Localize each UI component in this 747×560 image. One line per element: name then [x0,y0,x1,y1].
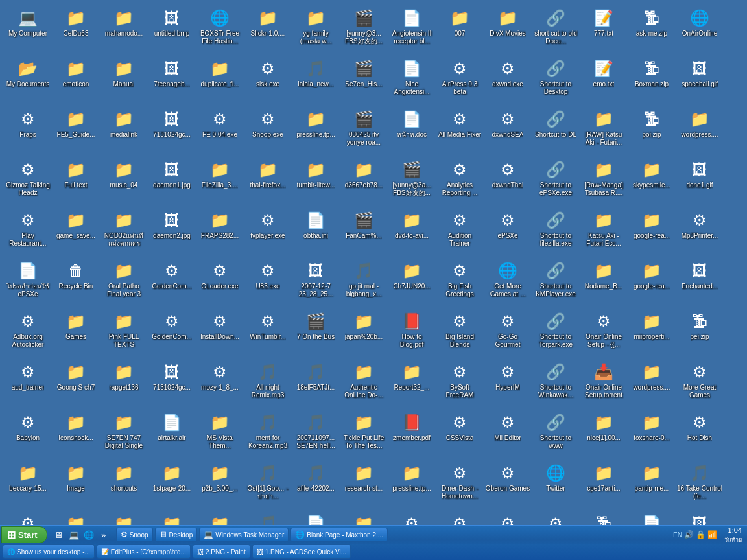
desktop-icon-134[interactable]: ⚙Hot Dish [676,410,724,460]
desktop-icon-1[interactable]: 📁CelDu63 [52,5,100,56]
desktop-icon-163[interactable]: 📄playlist.xspf [628,511,676,525]
desktop-icon-16[interactable]: 📁emoticon [52,56,100,106]
taskbar-bottom-task-1[interactable]: 📝 EditPlus - [C:\xampp\htd... [97,544,191,559]
desktop-icon-118[interactable]: 📁wordpress.... [628,359,676,410]
desktop-icon-129[interactable]: ⚙CSSVista [436,410,484,460]
desktop-icon-51[interactable]: 📁tumblr-litew... [292,157,340,207]
desktop-icon-2[interactable]: 📁mahamodo... [100,5,148,56]
desktop-icon-10[interactable]: 📁DivX Movies [484,5,532,56]
desktop-icon-106[interactable]: 📁Goong S ch7 [52,359,100,410]
desktop-icon-54[interactable]: ⚙Analytics Reporting ... [436,157,484,207]
desktop-icon-101[interactable]: 🔗Shortcut to Torpark.exe [532,309,580,359]
desktop-icon-161[interactable]: ⚙XAMPP Control Panel [532,511,580,525]
desktop-icon-39[interactable]: ⚙All Media Fixer [436,106,484,157]
desktop-icon-122[interactable]: 📁SE7EN 747 Digital Single [100,410,148,460]
desktop-icon-158[interactable]: ⚙wizard.reg [388,511,436,525]
desktop-icon-146[interactable]: 🌐Twitter [532,460,580,511]
desktop-icon-64[interactable]: 📁FRAPS282... [196,207,244,258]
desktop-icon-49[interactable]: 📁FileZilla_3.... [196,157,244,207]
desktop-icon-149[interactable]: 🎵16 Take Control (fe... [676,460,724,511]
ql-expand[interactable]: » [97,528,110,541]
desktop-icon-159[interactable]: ⚙Diner Dash Hometo... [436,511,484,525]
taskbar-task-taskmgr[interactable]: 💻 Windows Task Manager [199,528,289,542]
desktop-icon-0[interactable]: 💻My Computer [4,5,52,56]
desktop-icon-29[interactable]: 🖼spaceball.gif [676,56,724,106]
desktop-icon-95[interactable]: ⚙WinTumblr... [244,309,292,359]
desktop-icon-141[interactable]: 🎵afile-42202... [292,460,340,511]
desktop-icon-12[interactable]: 📝777.txt [580,5,628,56]
desktop-icon-96[interactable]: 🎬7 On the Bus [292,309,340,359]
desktop-icon-55[interactable]: ⚙dxwndThai [484,157,532,207]
desktop-icon-30[interactable]: ⚙Fraps [4,106,52,157]
desktop-icon-155[interactable]: 🎵Se7en - Go Go.mp3 [244,511,292,525]
desktop-icon-127[interactable]: 📁Tickle Put Life To The Tes... [340,410,388,460]
desktop-icon-151[interactable]: 📁imageox_c... [52,511,100,525]
desktop-icon-111[interactable]: 🎵18elF5ATJt... [292,359,340,410]
desktop-icon-43[interactable]: 🗜poi.zip [628,106,676,157]
desktop-icon-48[interactable]: 🖼daemon1.jpg [148,157,196,207]
desktop-icon-56[interactable]: 🔗Shortcut to ePSXe.exe [532,157,580,207]
desktop-icon-52[interactable]: 📁d3667eb78... [340,157,388,207]
desktop-icon-89[interactable]: 🖼Enchanted... [676,258,724,309]
desktop-icon-164[interactable]: 🖼n-blue.png [676,511,724,525]
desktop-icon-93[interactable]: ⚙GoldenCom... [148,309,196,359]
desktop-icon-91[interactable]: 📁Games [52,309,100,359]
desktop-icon-31[interactable]: 📁FE5_Guide... [52,106,100,157]
taskbar-task-snoop[interactable]: ⚙ Snoop [116,528,153,542]
ql-show-desktop[interactable]: 🖥 [53,528,65,541]
desktop-icon-152[interactable]: 📁www [100,511,148,525]
desktop-icon-17[interactable]: 📁Manual [100,56,148,106]
desktop-icon-78[interactable]: ⚙GoldenCom... [148,258,196,309]
desktop-icon-32[interactable]: 📁medialink [100,106,148,157]
desktop-icon-113[interactable]: 📁Report32_... [388,359,436,410]
desktop-icon-86[interactable]: 🔗Shortcut to KMPlayer.exe [532,258,580,309]
desktop-icon-47[interactable]: 📁music_04 [100,157,148,207]
desktop-icon-26[interactable]: 🔗Shortcut to Desktop [532,56,580,106]
desktop-icon-69[interactable]: ⚙Audition Trainer [436,207,484,258]
desktop-icon-140[interactable]: 🎵Ost[1].Goo... - ปาย่า... [244,460,292,511]
desktop-icon-27[interactable]: 📝emo.txt [580,56,628,106]
desktop-icon-73[interactable]: 📁google-rea... [628,207,676,258]
desktop-icon-131[interactable]: 🔗Shortcut to www [532,410,580,460]
desktop-icon-125[interactable]: 🎵ment for Korean2.mp3 [244,410,292,460]
desktop-icon-75[interactable]: 📄โปรตอำก่อนใช้ ePSXe [4,258,52,309]
desktop-icon-14[interactable]: 🌐OnAirOnline [676,5,724,56]
desktop-icon-44[interactable]: 📁wordpress.... [676,106,724,157]
desktop-icon-87[interactable]: 📁Nodame_B... [580,258,628,309]
desktop-icon-144[interactable]: ⚙Diner Dash - Hometown... [436,460,484,511]
desktop-icon-105[interactable]: ⚙aud_trainer [4,359,52,410]
desktop-icon-66[interactable]: 📄obtha.ini [292,207,340,258]
desktop-icon-99[interactable]: ⚙Big Island Blends [436,309,484,359]
desktop-icon-18[interactable]: 🖼7teenageb... [148,56,196,106]
desktop-icon-4[interactable]: 🌐BOXSTr Free File Hostin... [196,5,244,56]
ql-mycomputer[interactable]: 💻 [67,528,80,541]
desktop-icon-11[interactable]: 🔗short cut to old Docu... [532,5,580,56]
desktop-icon-42[interactable]: 📁[RAW] Katsu Aki - Futari... [580,106,628,157]
desktop-icon-58[interactable]: 📁skypesmile... [628,157,676,207]
desktop-icon-128[interactable]: 📕zmember.pdf [388,410,436,460]
desktop-icon-13[interactable]: 🗜ask-me.zip [628,5,676,56]
desktop-icon-8[interactable]: 📄Angiotensin II receptor bl... [388,5,436,56]
taskbar-bottom-task-3[interactable]: 🖼 1.PNG - ACDSee Quick Vi... [252,544,351,559]
desktop-icon-60[interactable]: ⚙Play Restaurant... [4,207,52,258]
desktop-icon-62[interactable]: 📁NOD32แพ่นที่แม่งตกแตร [100,207,148,258]
desktop-icon-76[interactable]: 🗑Recycle Bin [52,258,100,309]
desktop-icon-112[interactable]: 📁Authentic OnLine Do-... [340,359,388,410]
desktop-icon-35[interactable]: ⚙Snoop.exe [244,106,292,157]
desktop-icon-5[interactable]: 📁Slickr-1.0.... [244,5,292,56]
desktop-icon-123[interactable]: 📄airtalkr.air [148,410,196,460]
desktop-icon-153[interactable]: 📁Big.Fish.Ga... [148,511,196,525]
desktop-icon-98[interactable]: 📕How to Blog.pdf [388,309,436,359]
desktop-icon-28[interactable]: 🗜Boxman.zip [628,56,676,106]
desktop-icon-15[interactable]: 📂My Documents [4,56,52,106]
desktop-icon-117[interactable]: 📥Onair Online Setup.torrent [580,359,628,410]
desktop-icon-94[interactable]: ⚙InstallDown... [196,309,244,359]
desktop-icon-71[interactable]: 🔗Shortcut to filezilla.exe [532,207,580,258]
desktop-icon-40[interactable]: ⚙dxwndSEA [484,106,532,157]
desktop-icon-115[interactable]: ⚙HyperIM [484,359,532,410]
desktop-icon-103[interactable]: 📁miiproperti... [628,309,676,359]
desktop-icon-23[interactable]: 📄Nice Angiotensi... [388,56,436,106]
desktop-icon-148[interactable]: 📁pantip-me... [628,460,676,511]
desktop-icon-22[interactable]: 🎬Se7en_His... [340,56,388,106]
desktop-icon-102[interactable]: ⚙Onair Online Setup - {{... [580,309,628,359]
